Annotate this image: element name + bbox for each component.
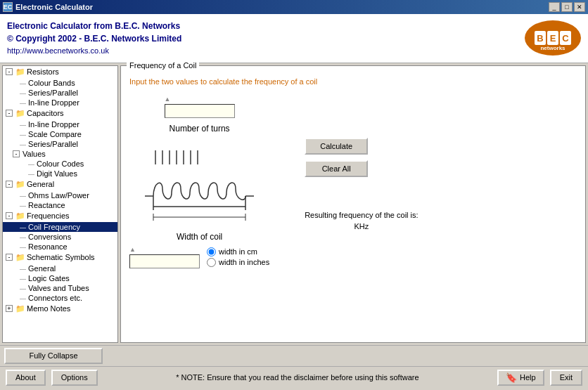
sidebar-item-colour-codes[interactable]: — Colour Codes [3,159,117,169]
width-of-coil-label: Width of coil [177,232,222,242]
sidebar-item-valves[interactable]: — Valves and Tubes [3,283,117,293]
sidebar-item-schematic[interactable]: - 📁 Schematic Symbols [3,252,117,264]
radio-options: width in cm width in inches [207,247,269,267]
status-note: * NOTE: Ensure that you read the disclai… [103,373,492,382]
sidebar-label-digit: Digit Values [37,169,77,178]
dash-series-r: — [20,90,26,97]
sidebar-item-resonance[interactable]: — Resonance [3,242,117,252]
radio-cm[interactable] [207,247,216,256]
sidebar-item-capacitors[interactable]: - 📁 Capacitors [3,108,117,119]
number-of-turns-input[interactable] [165,104,235,118]
frequency-panel: Frequency of a Coil Input the two values… [120,65,586,343]
sidebar-item-values[interactable]: - Values [3,149,117,159]
sidebar-label-capacitors: Capacitors [27,109,64,117]
expand-icon-values: - [13,150,20,157]
folder-icon-sch: 📁 [15,253,25,262]
dash-ohms: — [20,193,26,200]
sidebar-item-connectors[interactable]: — Connectors etc. [3,293,117,303]
exit-button[interactable]: Exit [550,370,582,386]
width-indicator: ▲ [129,246,136,253]
sidebar-label-inline-r: In-line Dropper [28,98,79,107]
folder-icon-memo: 📁 [15,304,25,313]
header-line1: Electronic Calculator from B.E.C. Networ… [7,20,181,32]
main-area: - 📁 Resistors — Colour Bands — Series/Pa… [0,63,588,345]
sidebar-item-scale-compare[interactable]: — Scale Compare [3,129,117,139]
sidebar-scroll[interactable]: - 📁 Resistors — Colour Bands — Series/Pa… [3,66,117,342]
panel-title: Frequency of a Coil [127,61,199,70]
radio-cm-label[interactable]: width in cm [207,247,257,256]
clear-all-button[interactable]: Clear All [305,160,368,177]
status-bar: About Options * NOTE: Ensure that you re… [0,366,588,389]
help-button[interactable]: 🔖 Help [497,370,544,386]
options-button[interactable]: Options [51,370,98,386]
sidebar-label-general: General [27,180,54,188]
folder-icon-cap: 📁 [15,109,25,118]
radio-cm-text: width in cm [219,247,257,256]
window-title: Electronic Calculator [15,3,93,11]
header-line2: © Copyright 2002 - B.E.C. Networks Limit… [7,32,181,45]
sidebar-label-colour-codes: Colour Codes [37,160,84,168]
folder-icon-resistors: 📁 [15,67,25,77]
dash-gen-sym: — [20,266,26,273]
sidebar-label-inline-c: In-line Dropper [28,120,79,129]
fully-collapse-button[interactable]: Fully Collapse [4,348,103,364]
help-icon: 🔖 [506,372,517,383]
sidebar-item-series-parallel-r[interactable]: — Series/Parallel [3,88,117,98]
logo-c: C [560,31,571,45]
panel-inner: Input the two values to calculate the fr… [121,66,585,342]
dash-colour-codes: — [28,161,34,168]
dash-conn: — [20,295,26,302]
header-url: http://www.becnetworks.co.uk [7,45,181,57]
sidebar-item-conversions[interactable]: — Conversions [3,232,117,242]
sidebar-item-inline-dropper-c[interactable]: — In-line Dropper [3,119,117,129]
width-input[interactable] [129,254,200,268]
sidebar-item-colour-bands[interactable]: — Colour Bands [3,78,117,88]
sidebar-item-series-parallel-c[interactable]: — Series/Parallel [3,139,117,149]
sidebar-item-frequencies[interactable]: - 📁 Frequencies [3,210,117,222]
number-of-turns-label: Number of turns [170,124,230,134]
app-icon: EC [3,2,13,12]
title-bar: EC Electronic Calculator _ □ ✕ [0,0,588,14]
expand-icon-gen: - [6,181,13,188]
dash-coil: — [20,224,26,231]
radio-inches[interactable] [207,258,216,267]
expand-icon-freq: - [6,212,13,219]
bec-logo: B E C networks [525,20,581,56]
close-button[interactable]: ✕ [574,2,585,12]
folder-icon-freq: 📁 [15,212,25,221]
logo-letters: B E C [535,31,571,45]
sidebar-item-digit-values[interactable]: — Digit Values [3,169,117,178]
coil-diagram [138,143,261,229]
radio-inches-label[interactable]: width in inches [207,258,269,267]
maximize-button[interactable]: □ [561,2,573,12]
dash-scale: — [20,131,26,138]
sidebar-label-res: Resonance [28,242,68,251]
sidebar-label-frequencies: Frequencies [27,212,70,220]
sidebar-item-logic-gates[interactable]: — Logic Gates [3,273,117,283]
dash-inline-c: — [20,122,26,129]
sidebar-item-general[interactable]: - 📁 General [3,178,117,190]
sidebar-item-reactance[interactable]: — Reactance [3,200,117,210]
logo-b: B [535,31,546,45]
about-button[interactable]: About [6,370,46,386]
dash-digit: — [28,171,34,178]
result-label: Resulting frequency of the coil is: [305,211,418,219]
sidebar-item-ohms-law[interactable]: — Ohms Law/Power [3,190,117,200]
result-section: Resulting frequency of the coil is: KHz [305,211,418,230]
dash-inline-r: — [20,100,26,107]
minimize-button[interactable]: _ [549,2,560,12]
sidebar-label-conv: Conversions [28,233,71,241]
expand-icon-cap: - [6,110,13,117]
calculate-button[interactable]: Calculate [305,138,368,155]
logo-subtitle: networks [526,45,580,51]
folder-icon-gen: 📁 [15,180,25,189]
sidebar-item-memo[interactable]: + 📁 Memo Notes [3,303,117,315]
sidebar-item-resistors[interactable]: - 📁 Resistors [3,66,117,78]
sidebar-label-resistors: Resistors [27,67,59,76]
sidebar-item-inline-dropper[interactable]: — In-line Dropper [3,98,117,108]
turns-indicator: ▲ [165,96,171,103]
sidebar-item-general-sym[interactable]: — General [3,264,117,273]
sidebar-label-ohms: Ohms Law/Power [28,191,89,200]
sidebar-item-coil-frequency[interactable]: — Coil Frequency [3,222,117,232]
sidebar-label-series-c: Series/Parallel [28,140,78,148]
